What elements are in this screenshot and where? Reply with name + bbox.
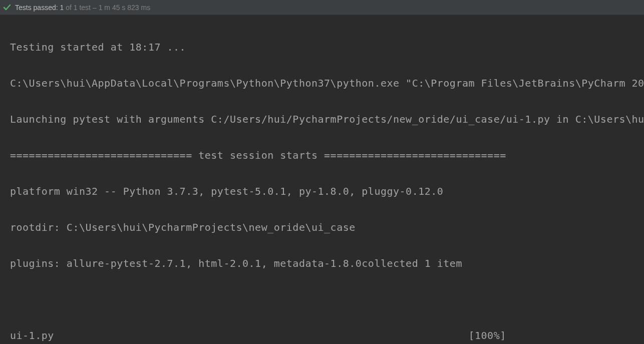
console-line: plugins: allure-pytest-2.7.1, html-2.0.1… <box>10 254 634 272</box>
console-line: Testing started at 18:17 ... <box>10 38 634 56</box>
console-line: ui-1.py [100%] <box>10 326 634 344</box>
console-line: rootdir: C:\Users\hui\PycharmProjects\ne… <box>10 218 634 236</box>
tests-passed-count: 1 <box>60 4 64 12</box>
console-line: platform win32 -- Python 3.7.3, pytest-5… <box>10 182 634 200</box>
tests-duration: – 1 m 45 s 823 ms <box>93 4 150 12</box>
tests-passed-label: Tests passed: <box>15 4 58 12</box>
test-status-bar: Tests passed: 1 of 1 test – 1 m 45 s 823… <box>0 0 644 15</box>
console-output[interactable]: Testing started at 18:17 ... C:\Users\hu… <box>0 15 644 344</box>
console-line <box>10 290 634 308</box>
console-line: ============================= test sessi… <box>10 146 634 164</box>
check-icon <box>3 4 11 12</box>
tests-total-label: of 1 test <box>66 4 91 12</box>
console-line: Launching pytest with arguments C:/Users… <box>10 110 634 128</box>
console-line: C:\Users\hui\AppData\Local\Programs\Pyth… <box>10 74 634 92</box>
